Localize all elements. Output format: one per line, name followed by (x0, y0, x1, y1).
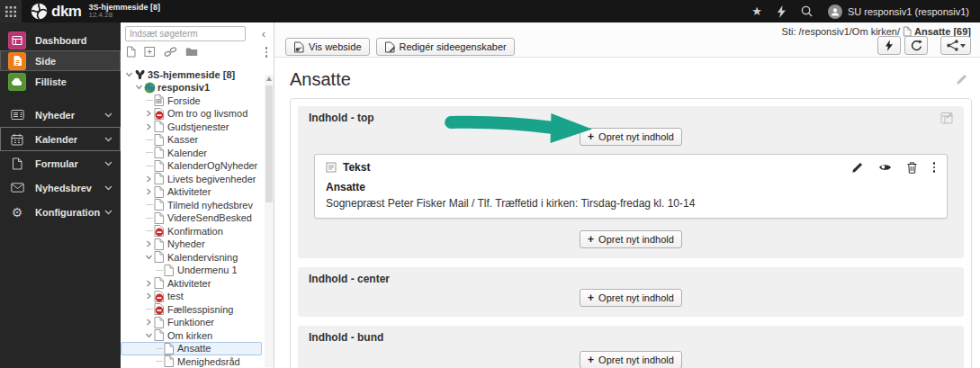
refresh-icon (911, 40, 922, 51)
plus-icon: + (588, 292, 594, 304)
edit-pencil-icon[interactable] (851, 162, 863, 174)
dkm-logo[interactable]: dkm (31, 3, 81, 21)
delete-trash-icon[interactable] (907, 162, 917, 174)
create-content-button[interactable]: + Opret nyt indhold (580, 128, 682, 146)
tree-node-kalender[interactable]: Kalender (121, 147, 262, 160)
expand-node-icon[interactable] (144, 188, 154, 195)
collapse-node-icon[interactable] (144, 332, 154, 339)
tree-node-funktioner[interactable]: Funktioner (121, 316, 262, 329)
share-button[interactable] (940, 36, 971, 55)
tree-node-label: KalenderOgNyheder (167, 160, 257, 171)
collapse-node-icon[interactable] (124, 71, 134, 78)
restricted-page-icon (154, 108, 166, 120)
scroll-up-icon[interactable] (266, 76, 272, 81)
expand-node-icon[interactable] (144, 292, 154, 300)
news-icon (8, 106, 26, 124)
tree-node-menighedsråd[interactable]: Menighedsråd (121, 355, 262, 368)
expand-node-icon[interactable] (144, 280, 154, 287)
plus-icon: + (588, 233, 594, 246)
tree-node-videresendbesked[interactable]: VidereSendBesked (121, 211, 262, 225)
plus-icon: + (588, 354, 594, 366)
tree-node-label: Om tro og livsmod (167, 108, 247, 119)
quick-actions-bolt-icon[interactable] (778, 5, 786, 18)
sidebar-item-konfiguration[interactable]: ⚙ Konfiguration (0, 200, 121, 224)
tree-node-kasser[interactable]: Kasser (121, 133, 262, 147)
scrollbar-thumb[interactable] (265, 85, 273, 202)
content-block-tekst[interactable]: Tekst Ansatte Sognepræst Peter Fisker Ma… (314, 154, 948, 219)
user-menu[interactable]: SU responsiv1 (responsiv1) (828, 4, 969, 19)
expand-node-icon[interactable] (144, 319, 154, 326)
sidebar-item-nyheder[interactable]: Nyheder (0, 103, 121, 127)
tree-node-nyheder[interactable]: Nyheder (121, 238, 262, 251)
create-page-icon[interactable] (126, 46, 136, 58)
user-label: SU responsiv1 (responsiv1) (848, 6, 969, 17)
tree-node-forside[interactable]: Forside (121, 94, 262, 108)
sidebar-item-formular[interactable]: Formular (0, 151, 121, 175)
expand-node-icon[interactable] (144, 240, 154, 247)
create-content-button[interactable]: + Opret nyt indhold (580, 351, 682, 368)
page-title: Ansatte (290, 69, 351, 90)
logo-text: dkm (51, 3, 81, 21)
expand-node-icon[interactable] (144, 175, 154, 183)
kebab-menu-icon[interactable] (932, 161, 937, 174)
app-sidebar: Dashboard Side Filliste Nyheder Kalender… (0, 22, 121, 368)
collapse-panel-icon[interactable]: ‹ (257, 28, 270, 40)
sidebar-item-nyhedsbrev[interactable]: Nyhedsbrev (0, 175, 121, 200)
tree-node-ansatte[interactable]: Ansatte (121, 342, 262, 355)
tree-node-kalenderognyheder[interactable]: KalenderOgNyheder (121, 159, 262, 173)
tree-node-aktiviteter[interactable]: Aktiviteter (121, 277, 262, 291)
tree-node-undermenu-1[interactable]: Undermenu 1 (121, 264, 262, 277)
link-icon[interactable] (164, 46, 177, 58)
tree-node-konfirmation[interactable]: Konfirmation (121, 225, 262, 238)
sidebar-item-label: Filliste (35, 76, 67, 87)
edit-page-properties-button[interactable]: Redigér sideegenskaber (376, 38, 515, 56)
create-content-button[interactable]: + Opret nyt indhold (580, 230, 682, 248)
tree-node-fællesspisning[interactable]: Fællesspisning (121, 303, 262, 317)
tree-node-om-tro-og-livsmod[interactable]: Om tro og livsmod (121, 107, 262, 121)
chevron-down-icon (104, 210, 112, 215)
edit-grid-icon[interactable] (940, 112, 953, 124)
create-media-icon[interactable] (144, 46, 156, 58)
sidebar-item-label: Nyheder (35, 110, 75, 121)
tree-node-3s-hjemmeside-8[interactable]: 3S-hjemmeside [8] (121, 68, 262, 82)
tree-scrollbar[interactable] (265, 75, 274, 367)
sidebar-item-label: Dashboard (35, 35, 86, 46)
favorites-star-icon[interactable]: ★ (751, 5, 762, 17)
tree-node-tilmeld-nyhedsbrev[interactable]: Tilmeld nyhedsbrev (121, 199, 262, 212)
expand-node-icon[interactable] (144, 123, 154, 130)
sidebar-item-side[interactable]: Side (0, 50, 121, 71)
restricted-page-icon (154, 225, 166, 237)
search-icon[interactable] (801, 5, 813, 17)
view-website-button[interactable]: Vis webside (285, 38, 370, 56)
folder-icon[interactable] (185, 47, 198, 57)
tree-node-aktiviteter[interactable]: Aktiviteter (121, 185, 262, 199)
section-indhold-center: Indhold - center + Opret nyt indhold (298, 267, 964, 317)
kebab-menu-icon[interactable] (265, 46, 269, 58)
tree-node-kalendervisning[interactable]: Kalendervisning (121, 251, 262, 265)
collapse-node-icon[interactable] (144, 254, 154, 261)
refresh-button[interactable] (904, 36, 928, 55)
chevron-down-icon (104, 161, 112, 166)
tree-node-om-kirken[interactable]: Om kirken (121, 329, 262, 343)
tree-node-gudstjenester[interactable]: Gudstjenester (121, 121, 262, 134)
restricted-page-icon (154, 291, 166, 302)
tree-search-input[interactable] (125, 26, 246, 41)
apps-grid-icon[interactable] (0, 0, 22, 22)
tree-node-test[interactable]: test (121, 290, 262, 303)
restricted-page-icon (154, 303, 166, 315)
edit-title-pencil-icon[interactable] (956, 74, 967, 85)
visibility-eye-icon[interactable] (878, 163, 892, 172)
sidebar-item-filliste[interactable]: Filliste (0, 71, 121, 92)
quick-actions-button[interactable] (877, 36, 901, 55)
dashboard-icon (8, 31, 26, 49)
section-indhold-top: Indhold - top + Opret nyt indhold Tekst (298, 106, 964, 258)
tree-node-livets-begivenheder[interactable]: Livets begivenheder (121, 173, 262, 186)
sidebar-item-kalender[interactable]: Kalender (0, 127, 121, 151)
collapse-node-icon[interactable] (134, 84, 144, 91)
tree-node-responsiv1[interactable]: responsiv1 (121, 81, 262, 94)
sidebar-item-dashboard[interactable]: Dashboard (0, 30, 121, 50)
create-content-button[interactable]: + Opret nyt indhold (580, 289, 682, 307)
tree-node-label: Forside (167, 95, 201, 106)
expand-node-icon[interactable] (144, 110, 154, 117)
content-type-label: Tekst (343, 161, 370, 174)
